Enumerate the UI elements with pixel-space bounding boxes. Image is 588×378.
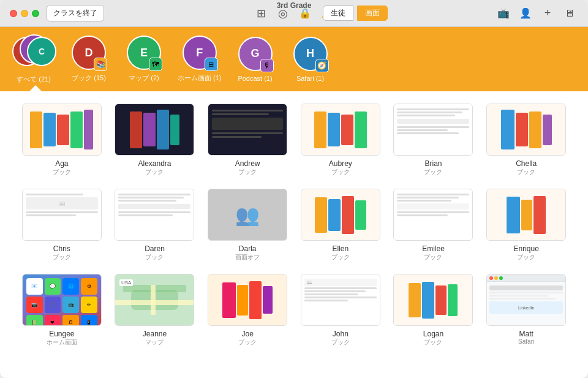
screen-thumb-darla: 👥	[208, 189, 287, 241]
student-card-ellen[interactable]: Ellen ブック	[297, 189, 384, 262]
student-card-john[interactable]: 📖 John ブック	[297, 274, 384, 347]
category-podcast[interactable]: G 🎙 Podcast (1)	[234, 37, 277, 82]
student-app-darla: 画面オフ	[235, 253, 260, 262]
student-card-chris[interactable]: 📖 Chris ブック	[18, 189, 105, 262]
content-area: Aga ブック Alexandra ブック	[0, 91, 588, 378]
student-app-daren: ブック	[145, 253, 164, 262]
screen-thumb-chella	[486, 104, 566, 156]
student-name-joe: Joe	[241, 330, 253, 338]
student-card-alexandra[interactable]: Alexandra ブック	[111, 104, 198, 176]
student-app-emilee: ブック	[424, 253, 442, 262]
student-card-daren[interactable]: Daren ブック	[111, 189, 198, 262]
student-app-logan: ブック	[424, 338, 442, 347]
student-card-jeanne[interactable]: USA Jeanne マップ	[111, 274, 198, 347]
category-maps[interactable]: E 🗺 マップ (2)	[123, 36, 165, 83]
student-card-logan[interactable]: Logan ブック	[390, 274, 477, 347]
student-card-joe[interactable]: Joe ブック	[204, 274, 291, 347]
category-safari[interactable]: H 🧭 Safari (1)	[289, 37, 332, 82]
minimize-button[interactable]	[21, 10, 28, 17]
student-name-alexandra: Alexandra	[138, 159, 171, 168]
screen-thumb-jeanne: USA	[115, 274, 194, 326]
screen-thumb-john: 📖	[301, 274, 380, 326]
category-home-label: ホーム画面 (1)	[178, 74, 222, 83]
display-icon[interactable]: 🖥	[561, 5, 578, 22]
screen-thumb-alexandra	[115, 104, 194, 156]
screen-thumb-chris: 📖	[22, 189, 102, 241]
student-name-aubrey: Aubrey	[329, 159, 352, 168]
student-card-aga[interactable]: Aga ブック	[18, 104, 105, 176]
student-app-aga: ブック	[53, 168, 71, 176]
screen-thumb-aubrey	[301, 104, 380, 156]
student-app-john: ブック	[331, 338, 350, 347]
screen-thumb-eungee: 📧 💬 🌐 ⚙ 📷 🎵 📺 ✏ 📗 ❤ 🗒 📱	[22, 274, 102, 326]
traffic-lights	[10, 10, 39, 17]
student-name-aga: Aga	[55, 159, 68, 168]
screen-thumb-andrew	[208, 104, 287, 156]
screen-thumb-joe	[208, 274, 287, 326]
student-grid: Aga ブック Alexandra ブック	[18, 104, 570, 347]
screen-thumb-daren	[115, 189, 194, 241]
screen-thumb-ellen	[301, 189, 380, 241]
student-app-eungee: ホーム画面	[47, 338, 77, 347]
student-name-jeanne: Jeanne	[143, 330, 167, 338]
end-class-button[interactable]: クラスを終了	[47, 5, 104, 21]
student-name-matt: Matt	[519, 330, 533, 338]
student-card-emilee[interactable]: Emilee ブック	[390, 189, 477, 262]
category-podcast-label: Podcast (1)	[238, 75, 272, 82]
category-books-label: ブック (15)	[72, 74, 106, 83]
student-name-brian: Brian	[424, 159, 442, 168]
category-bar: A B C すべて (21) D 📚 ブック (15) E 🗺 マップ (2)	[0, 27, 588, 91]
student-card-chella[interactable]: Chella ブック	[483, 104, 570, 176]
student-app-andrew: ブック	[238, 168, 257, 176]
category-books[interactable]: D 📚 ブック (15)	[67, 36, 110, 83]
category-maps-label: マップ (2)	[129, 74, 159, 83]
maximize-button[interactable]	[32, 10, 39, 17]
student-app-joe: ブック	[238, 338, 257, 347]
student-app-chella: ブック	[517, 168, 535, 176]
student-card-enrique[interactable]: Enrique ブック	[483, 189, 570, 262]
screen-thumb-brian	[393, 104, 473, 156]
category-all[interactable]: A B C すべて (21)	[12, 34, 55, 84]
student-app-ellen: ブック	[331, 253, 350, 262]
students-tab[interactable]: 生徒	[323, 6, 353, 21]
close-button[interactable]	[10, 10, 17, 17]
student-card-matt[interactable]: LinkedIn Matt Safari	[483, 274, 570, 347]
student-card-darla[interactable]: 👥 Darla 画面オフ	[204, 189, 291, 262]
student-name-eungee: Eungee	[49, 330, 74, 338]
student-name-ellen: Ellen	[332, 244, 349, 253]
student-app-jeanne: マップ	[145, 338, 164, 347]
student-name-enrique: Enrique	[513, 244, 538, 253]
title-bar: クラスを終了 ⊞ ◎ 🔒 🔔 生徒 画面 📺 👤 + 🖥 3rd Grade	[0, 0, 588, 27]
student-app-chris: ブック	[53, 253, 71, 262]
student-name-emilee: Emilee	[422, 244, 445, 253]
student-app-aubrey: ブック	[331, 168, 350, 176]
student-app-alexandra: ブック	[145, 168, 164, 176]
app-store-icon[interactable]: ⊞	[252, 5, 270, 22]
student-name-darla: Darla	[239, 244, 257, 253]
student-card-eungee[interactable]: 📧 💬 🌐 ⚙ 📷 🎵 📺 ✏ 📗 ❤ 🗒 📱 Eungee ホーム画面	[18, 274, 105, 347]
student-name-john: John	[333, 330, 349, 338]
category-bar-wrapper: A B C すべて (21) D 📚 ブック (15) E 🗺 マップ (2)	[0, 27, 588, 91]
student-card-andrew[interactable]: Andrew ブック	[204, 104, 291, 176]
student-app-enrique: ブック	[517, 253, 535, 262]
screen-thumb-matt: LinkedIn	[486, 274, 566, 326]
student-name-daren: Daren	[145, 244, 165, 253]
student-card-aubrey[interactable]: Aubrey ブック	[297, 104, 384, 176]
student-name-chella: Chella	[516, 159, 537, 168]
airplay-icon[interactable]: 📺	[495, 5, 512, 22]
category-safari-label: Safari (1)	[296, 75, 324, 82]
category-home[interactable]: F ⊞ ホーム画面 (1)	[178, 36, 222, 83]
screen-thumb-enrique	[486, 189, 566, 241]
student-name-andrew: Andrew	[235, 159, 260, 168]
student-name-logan: Logan	[423, 330, 443, 338]
add-icon[interactable]: +	[539, 5, 556, 22]
selected-triangle	[29, 85, 42, 91]
screen-thumb-emilee	[393, 189, 473, 241]
screen-tab[interactable]: 画面	[357, 6, 388, 21]
window-title: 3rd Grade	[277, 1, 312, 10]
person-icon[interactable]: 👤	[517, 5, 534, 22]
student-name-chris: Chris	[53, 244, 70, 253]
screen-thumb-logan	[393, 274, 473, 326]
student-card-brian[interactable]: Brian ブック	[390, 104, 477, 176]
student-app-brian: ブック	[424, 168, 442, 176]
